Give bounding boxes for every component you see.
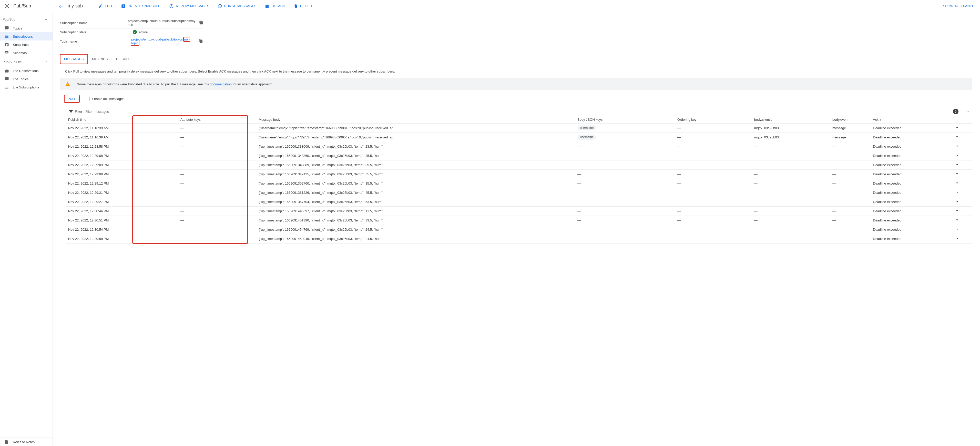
tabs: MESSAGES METRICS DETAILS <box>60 54 972 64</box>
sidebar-item-label: Release Notes <box>13 440 35 444</box>
cell-expand <box>943 188 972 197</box>
cell-json-keys: username <box>575 132 675 142</box>
columns-icon[interactable] <box>963 109 969 114</box>
cell-json-keys: — <box>575 160 675 169</box>
topic-link[interactable]: projects/emqx-cloud-pubsub/topics/my-top… <box>131 37 196 45</box>
sidebar-item-release-notes[interactable]: Release Notes <box>0 438 52 446</box>
cell-json-keys: — <box>575 197 675 206</box>
col-body-even[interactable]: body.even <box>830 116 870 123</box>
col-attribute-keys[interactable]: Attribute keys <box>178 116 256 123</box>
copy-icon[interactable] <box>199 21 204 25</box>
tab-messages[interactable]: MESSAGES <box>60 54 88 64</box>
col-body-clientid[interactable]: body.clientid <box>752 116 830 123</box>
table-row: Nov 22, 2022, 12:30:51 PM—{"up_timestamp… <box>65 215 972 225</box>
cell-body: {"up_timestamp": 1669091458045, "client_… <box>256 234 575 243</box>
expand-row-icon[interactable] <box>955 180 960 186</box>
replay-messages-button[interactable]: Replay Messages <box>166 2 212 11</box>
cell-even: — <box>830 151 870 160</box>
sidebar-item-snapshots[interactable]: Snapshots <box>0 40 52 49</box>
svg-point-4 <box>8 7 9 8</box>
cell-body: {"username":"emqx","topic":"t/a","timest… <box>256 132 575 142</box>
expand-row-icon[interactable] <box>955 217 960 223</box>
cell-time: Nov 22, 2022, 12:30:54 PM <box>65 225 178 234</box>
pull-button[interactable]: PULL <box>64 95 80 103</box>
cell-attr: — <box>178 178 256 188</box>
edit-button[interactable]: Edit <box>95 2 116 11</box>
cell-ack: Deadline exceeded <box>870 225 943 234</box>
create-snapshot-label: Create Snapshot <box>127 4 161 8</box>
expand-row-icon[interactable] <box>955 171 960 176</box>
sidebar-item-schemas[interactable]: Schemas <box>0 49 52 57</box>
cell-time: Nov 22, 2022, 12:29:09 PM <box>65 169 178 178</box>
cell-time: Nov 22, 2022, 12:29:09 PM <box>65 160 178 169</box>
expand-row-icon[interactable] <box>955 199 960 204</box>
delete-button[interactable]: Delete <box>290 2 317 11</box>
warning-text: Some messages or columns were truncated … <box>77 82 273 86</box>
cell-ack: Deadline exceeded <box>870 132 943 142</box>
table-header-row: Publish time Attribute keys Message body… <box>65 116 972 123</box>
sidebar-item-topics[interactable]: Topics <box>0 24 52 32</box>
cell-attr: — <box>178 188 256 197</box>
main-content: Subscription name projects/emqx-cloud-pu… <box>53 12 980 446</box>
cell-attr: — <box>178 142 256 151</box>
back-arrow-icon[interactable] <box>58 3 64 9</box>
filter-input[interactable] <box>85 110 953 114</box>
col-ordering-key[interactable]: Ordering key <box>675 116 752 123</box>
expand-row-icon[interactable] <box>955 125 960 130</box>
enable-ack-control[interactable]: Enable ack messages <box>85 97 124 101</box>
camera-icon <box>4 42 9 47</box>
expand-row-icon[interactable] <box>955 208 960 213</box>
tab-details[interactable]: DETAILS <box>112 54 135 64</box>
sidebar-item-subscriptions[interactable]: Subscriptions <box>0 32 52 40</box>
replay-messages-label: Replay Messages <box>176 4 209 8</box>
table-row: Nov 22, 2022, 11:16:39 AM—{"username":"e… <box>65 123 972 132</box>
purge-messages-button[interactable]: Purge Messages <box>215 2 259 11</box>
json-key-chip[interactable]: username <box>578 125 596 131</box>
help-icon[interactable]: ? <box>953 109 958 114</box>
copy-icon[interactable] <box>199 39 204 44</box>
json-key-chip[interactable]: username <box>578 135 596 140</box>
expand-row-icon[interactable] <box>955 236 960 241</box>
cell-body: {"up_timestamp": 1669091349125, "client_… <box>256 169 575 178</box>
expand-row-icon[interactable] <box>955 226 960 232</box>
cell-clientid: mqttx_03c25b03 <box>752 123 830 132</box>
svg-line-8 <box>8 6 8 7</box>
sidebar-item-lite-subscriptions[interactable]: Lite Subscriptions <box>0 83 52 91</box>
detach-button[interactable]: Detach <box>262 2 288 11</box>
cell-json-keys: username <box>575 123 675 132</box>
sidebar-item-lite-topics[interactable]: Lite Topics <box>0 75 52 83</box>
cell-even: — <box>830 169 870 178</box>
sidebar-item-lite-reservations[interactable]: Lite Reservations <box>0 67 52 75</box>
col-body-json-keys[interactable]: Body JSON keys <box>575 116 675 123</box>
create-snapshot-button[interactable]: Create Snapshot <box>118 2 164 11</box>
expand-row-icon[interactable] <box>955 153 960 158</box>
expand-row-icon[interactable] <box>955 143 960 149</box>
info-row-sub-name: Subscription name projects/emqx-cloud-pu… <box>60 18 204 29</box>
messages-table: Publish time Attribute keys Message body… <box>65 116 972 244</box>
cell-clientid: — <box>752 142 830 151</box>
show-info-panel-button[interactable]: Show Info Panel <box>939 4 978 8</box>
expand-row-icon[interactable] <box>955 162 960 167</box>
col-ack[interactable]: Ack↑ <box>870 116 943 123</box>
col-publish-time[interactable]: Publish time <box>65 116 178 123</box>
enable-ack-checkbox[interactable] <box>85 97 89 101</box>
cell-ack: Deadline exceeded <box>870 188 943 197</box>
table-row: Nov 22, 2022, 12:29:09 PM—{"up_timestamp… <box>65 169 972 178</box>
filter-icon <box>69 109 73 114</box>
cell-ack: Deadline exceeded <box>870 142 943 151</box>
app-title: Pub/Sub <box>13 3 31 9</box>
sidebar-group-pubsublite[interactable]: Pub/Sub Lite <box>0 57 52 67</box>
table-row: Nov 22, 2022, 12:29:21 PM—{"up_timestamp… <box>65 188 972 197</box>
cell-even: — <box>830 206 870 215</box>
tab-metrics[interactable]: METRICS <box>88 54 112 64</box>
expand-row-icon[interactable] <box>955 190 960 195</box>
cell-expand <box>943 123 972 132</box>
cell-attr: — <box>178 206 256 215</box>
documentation-link[interactable]: documentation <box>210 82 232 86</box>
sidebar-group-pubsublite-label: Pub/Sub Lite <box>3 60 22 64</box>
sidebar-group-pubsub[interactable]: Pub/Sub <box>0 14 52 24</box>
col-message-body[interactable]: Message body <box>256 116 575 123</box>
expand-row-icon[interactable] <box>955 134 960 139</box>
sidebar-group-pubsub-label: Pub/Sub <box>3 18 15 21</box>
cell-expand <box>943 215 972 225</box>
